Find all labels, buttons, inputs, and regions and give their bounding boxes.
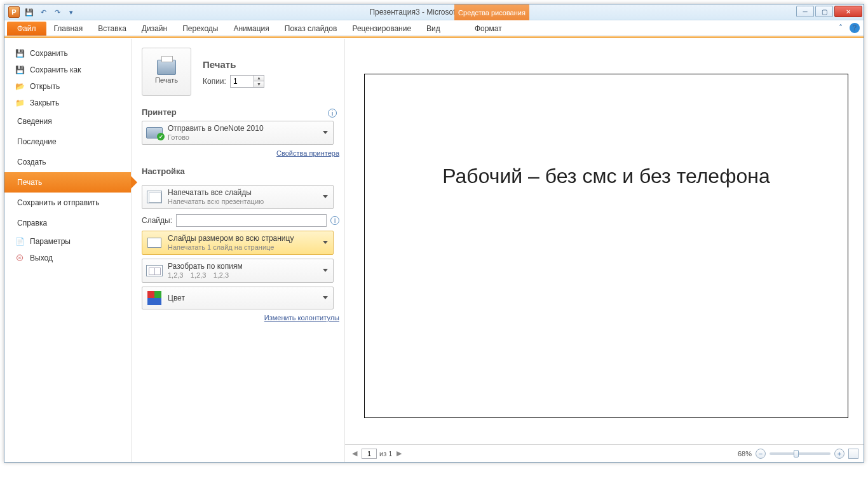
slides-range-row: Слайды: i (142, 214, 339, 227)
printer-status: Готово (168, 133, 264, 142)
print-heading: Печать (203, 59, 339, 70)
edit-header-footer-link[interactable]: Изменить колонтитулы (264, 314, 339, 322)
qat-customize-icon[interactable]: ▾ (65, 6, 77, 18)
tab-animations[interactable]: Анимация (226, 22, 276, 36)
sidebar-label: Сохранить как (30, 65, 81, 74)
collate-title: Разобрать по копиям (168, 262, 243, 271)
qat-save-icon[interactable]: 💾 (24, 6, 35, 18)
zoom-slider[interactable] (770, 452, 831, 455)
zoom-slider-thumb[interactable] (794, 450, 799, 457)
tab-format[interactable]: Формат (467, 22, 510, 36)
save-icon: 💾 (15, 48, 25, 58)
info-icon[interactable]: i (328, 109, 337, 118)
tab-review[interactable]: Рецензирование (344, 22, 419, 36)
sidebar-item-recent[interactable]: Последние (4, 132, 131, 152)
ribbon-right-controls: ˄ ? (836, 23, 860, 33)
info-icon[interactable]: i (330, 216, 339, 225)
page-of-label: из 1 (379, 450, 392, 457)
layout-title: Слайды размером во всю страницу (168, 234, 294, 243)
ribbon-accent-bar (4, 36, 864, 38)
sidebar-item-exit[interactable]: ⮾ Выход (4, 250, 131, 266)
ribbon-tabs: Файл Главная Вставка Дизайн Переходы Ани… (4, 20, 864, 36)
qat-redo-icon[interactable]: ↷ (51, 6, 63, 18)
printer-icon (157, 60, 176, 75)
copies-input[interactable] (231, 77, 254, 86)
fit-to-window-button[interactable] (848, 449, 858, 459)
printer-properties-link[interactable]: Свойства принтера (276, 149, 339, 157)
sidebar-item-close[interactable]: 📁 Закрыть (4, 95, 131, 111)
prev-page-button[interactable]: ◀ (350, 449, 359, 458)
preview-slide: Рабочий – без смс и без телефона (364, 74, 848, 418)
qat-undo-icon[interactable]: ↶ (37, 6, 49, 18)
close-button[interactable]: ✕ (834, 6, 862, 17)
color-label: Цвет (168, 294, 185, 302)
sidebar-item-save[interactable]: 💾 Сохранить (4, 45, 131, 62)
zoom-percent: 68% (738, 450, 752, 457)
folder-open-icon: 📂 (15, 81, 25, 91)
minimize-button[interactable]: ─ (796, 6, 814, 17)
slide-text: Рабочий – без смс и без телефона (442, 162, 770, 190)
sidebar-label: Открыть (30, 82, 60, 91)
collate-seq: 1,2,3 (191, 271, 206, 279)
color-swatch-icon (146, 290, 163, 306)
spinner-down-icon[interactable]: ▼ (254, 81, 264, 87)
collate-seq: 1,2,3 (168, 271, 183, 279)
sidebar-item-options[interactable]: 📄 Параметры (4, 233, 131, 250)
print-what-dropdown[interactable]: Напечатать все слайды Напечатать всю пре… (142, 185, 334, 209)
collate-dropdown[interactable]: Разобрать по копиям 1,2,3 1,2,3 1,2,3 (142, 259, 334, 283)
powerpoint-icon: P (8, 6, 20, 18)
tab-design[interactable]: Дизайн (134, 22, 175, 36)
window-title: Презентация3 - Microsoft PowerPoint (4, 8, 864, 17)
sidebar-item-open[interactable]: 📂 Открыть (4, 78, 131, 95)
copies-spinner: ▲ ▼ (254, 76, 264, 87)
quick-access-toolbar: 💾 ↶ ↷ ▾ (24, 6, 77, 18)
backstage-view: 💾 Сохранить 💾 Сохранить как 📂 Открыть 📁 … (4, 39, 864, 462)
collate-seq: 1,2,3 (214, 271, 229, 279)
exit-icon: ⮾ (15, 253, 25, 263)
spinner-up-icon[interactable]: ▲ (254, 76, 264, 81)
print-what-sub: Напечатать всю презентацию (168, 197, 264, 206)
sidebar-label: Справка (17, 219, 47, 227)
slides-stack-icon (146, 189, 163, 205)
sidebar-item-saveas[interactable]: 💾 Сохранить как (4, 62, 131, 78)
chevron-down-icon (323, 269, 328, 272)
sidebar-label: Сведения (17, 117, 52, 126)
page-number-input[interactable] (362, 449, 377, 459)
tab-transitions[interactable]: Переходы (175, 22, 226, 36)
slides-range-input[interactable] (176, 214, 327, 227)
sidebar-item-share[interactable]: Сохранить и отправить (4, 193, 131, 213)
help-icon[interactable]: ? (850, 23, 860, 33)
sidebar-item-info[interactable]: Сведения (4, 111, 131, 132)
copies-row: Копии: ▲ ▼ (203, 75, 339, 88)
tab-slideshow[interactable]: Показ слайдов (277, 22, 345, 36)
printer-heading: Принтер (142, 107, 177, 117)
print-button[interactable]: Печать (142, 48, 191, 96)
sidebar-item-new[interactable]: Создать (4, 152, 131, 172)
copies-label: Копии: (203, 77, 226, 86)
print-what-title: Напечатать все слайды (168, 188, 264, 197)
printer-dropdown[interactable]: Отправить в OneNote 2010 Готово (142, 121, 334, 145)
tab-view[interactable]: Вид (419, 22, 448, 36)
sidebar-item-help[interactable]: Справка (4, 213, 131, 233)
print-layout-dropdown[interactable]: Слайды размером во всю страницу Напечата… (142, 231, 334, 255)
sidebar-item-print[interactable]: Печать (4, 172, 131, 193)
next-page-button[interactable]: ▶ (395, 449, 403, 458)
chevron-down-icon (323, 195, 328, 198)
zoom-out-button[interactable]: − (756, 449, 766, 459)
collate-icon (146, 262, 163, 279)
color-dropdown[interactable]: Цвет (142, 287, 334, 309)
tab-home[interactable]: Главная (46, 22, 91, 36)
zoom-in-button[interactable]: + (834, 449, 844, 459)
chevron-down-icon (323, 296, 328, 299)
tab-file[interactable]: Файл (7, 22, 46, 36)
chevron-down-icon (323, 131, 328, 134)
maximize-button[interactable]: ▢ (815, 6, 833, 17)
minimize-ribbon-icon[interactable]: ˄ (836, 23, 846, 33)
backstage-sidebar: 💾 Сохранить 💾 Сохранить как 📂 Открыть 📁 … (4, 39, 132, 462)
chevron-down-icon (323, 241, 328, 244)
sidebar-label: Сохранить и отправить (17, 198, 100, 207)
print-preview-pane: Рабочий – без смс и без телефона ◀ из 1 … (345, 39, 864, 462)
full-page-slide-icon (146, 234, 163, 251)
printer-name: Отправить в OneNote 2010 (168, 124, 264, 133)
tab-insert[interactable]: Вставка (90, 22, 134, 36)
